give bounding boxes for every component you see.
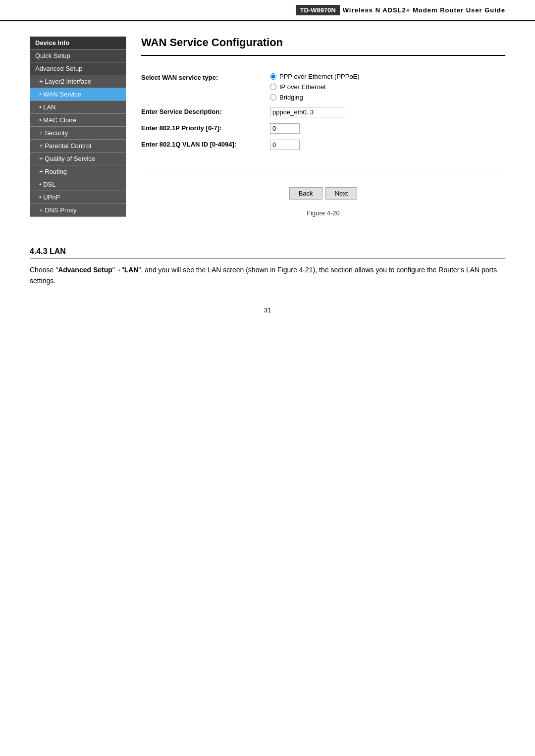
content-area: WAN Service Configuration Select WAN ser… [141, 36, 505, 217]
sidebar-item-upnp[interactable]: • UPnP [30, 191, 126, 204]
radio-ipoe-label: IP over Ethernet [279, 83, 326, 91]
wan-config-form: Select WAN service type: PPP over Ethern… [141, 68, 505, 166]
radio-bridging-input[interactable] [270, 94, 276, 101]
back-button[interactable]: Back [289, 187, 322, 200]
sidebar-item-qos[interactable]: + Quality of Service [30, 152, 126, 165]
figure-caption: Figure 4-20 [141, 209, 505, 217]
sidebar-item-wan-service[interactable]: • WAN Service [30, 88, 126, 101]
guide-title: Wireless N ADSL2+ Modem Router User Guid… [343, 6, 505, 14]
section-443-body: Choose "Advanced Setup"→"LAN", and you w… [30, 264, 505, 287]
radio-ipoe[interactable]: IP over Ethernet [270, 83, 360, 91]
section-443-heading: 4.4.3 LAN [30, 247, 505, 258]
sidebar-item-dns-proxy[interactable]: + DNS Proxy [30, 204, 126, 217]
radio-bridging-label: Bridging [279, 94, 303, 101]
next-button[interactable]: Next [325, 187, 358, 200]
radio-pppoe-input[interactable] [270, 73, 276, 80]
priority-label: Enter 802.1P Priority [0-7]: [141, 123, 270, 132]
service-desc-group: Enter Service Description: [141, 107, 505, 117]
page-header: TD-W8970N Wireless N ADSL2+ Modem Router… [0, 0, 535, 21]
title-divider [141, 55, 505, 56]
sidebar-item-routing[interactable]: + Routing [30, 165, 126, 178]
sidebar-item-quick-setup[interactable]: Quick Setup [30, 50, 126, 62]
radio-pppoe-label: PPP over Ethernet (PPPoE) [279, 73, 360, 80]
sidebar-item-parental-control[interactable]: + Parental Control [30, 140, 126, 152]
service-desc-input[interactable] [270, 107, 344, 117]
bottom-divider [141, 174, 505, 174]
radio-pppoe[interactable]: PPP over Ethernet (PPPoE) [270, 73, 360, 80]
service-desc-label: Enter Service Description: [141, 107, 270, 115]
sidebar-item-lan[interactable]: • LAN [30, 101, 126, 114]
priority-input[interactable] [270, 123, 300, 134]
lan-bold: LAN [124, 266, 139, 274]
wan-type-group: Select WAN service type: PPP over Ethern… [141, 73, 505, 101]
button-row: Back Next [141, 182, 505, 204]
page-title: WAN Service Configuration [141, 36, 505, 49]
main-layout: Device Info Quick Setup Advanced Setup +… [0, 21, 535, 232]
vlan-label: Enter 802.1Q VLAN ID [0-4094]: [141, 140, 270, 148]
select-wan-label: Select WAN service type: [141, 73, 270, 81]
vlan-group: Enter 802.1Q VLAN ID [0-4094]: [141, 140, 505, 150]
model-badge: TD-W8970N [296, 5, 339, 15]
sidebar-item-device-info[interactable]: Device Info [30, 37, 126, 50]
sidebar-item-layer2[interactable]: + Layer2 Interface [30, 75, 126, 88]
advanced-setup-bold: Advanced Setup [58, 266, 112, 274]
sidebar-item-dsl[interactable]: • DSL [30, 178, 126, 191]
radio-ipoe-input[interactable] [270, 84, 276, 90]
priority-group: Enter 802.1P Priority [0-7]: [141, 123, 505, 134]
wan-radio-controls: PPP over Ethernet (PPPoE) IP over Ethern… [270, 73, 360, 101]
radio-bridging[interactable]: Bridging [270, 94, 360, 101]
sidebar-item-advanced-setup[interactable]: Advanced Setup [30, 62, 126, 75]
vlan-input[interactable] [270, 140, 300, 150]
sidebar-item-security[interactable]: + Security [30, 127, 126, 140]
section-443: 4.4.3 LAN Choose "Advanced Setup"→"LAN",… [0, 247, 535, 287]
sidebar: Device Info Quick Setup Advanced Setup +… [30, 36, 126, 217]
page-number: 31 [0, 306, 535, 324]
sidebar-item-mac-clone[interactable]: • MAC Clone [30, 114, 126, 127]
